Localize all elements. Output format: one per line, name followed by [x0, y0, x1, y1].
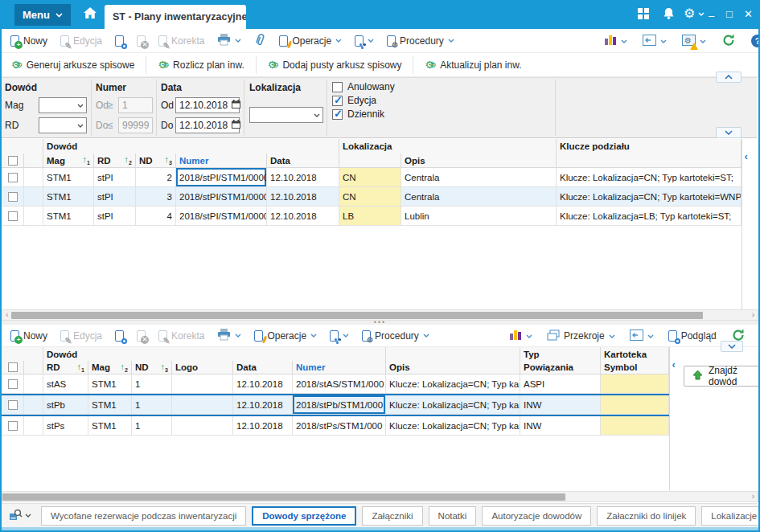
correction-button-bottom[interactable]: ✎ Korekta — [154, 330, 208, 342]
bottom-grid-col-opis[interactable]: Opis — [386, 361, 520, 374]
bottom-grid-group-kartoteka[interactable]: Kartoteka — [601, 347, 669, 361]
operations-button-bottom[interactable]: Operacje — [250, 330, 321, 342]
date-to-input[interactable]: 12.10.2018 — [175, 117, 240, 133]
tab-zalaczniki[interactable]: Załączniki — [362, 506, 422, 526]
row-checkbox[interactable] — [2, 187, 24, 207]
bottom-grid-group-typ[interactable]: Typ — [520, 347, 601, 361]
table-row[interactable]: stAS STM1 1 12.10.2018 2018/stAS/STM1/00… — [2, 374, 669, 394]
settle-plan-button[interactable]: ⚙ Rozlicz plan inw. — [150, 55, 252, 76]
menu-button[interactable]: Menu — [14, 4, 71, 26]
tab-plany-inwentaryzacyjne[interactable]: ST - Plany inwentaryzacyjne — [105, 5, 246, 29]
related-docs-button-bottom[interactable] — [326, 330, 353, 342]
checkbox-dziennik[interactable]: Dziennik — [332, 108, 384, 120]
bottom-grid-col-numer[interactable]: Numer — [293, 361, 386, 374]
help-button[interactable]: ? — [747, 35, 760, 47]
edit-button-bottom[interactable]: ✎ Edycja — [56, 330, 106, 342]
edit-button[interactable]: ✎ Edycja — [56, 35, 106, 47]
operations-button[interactable]: Operacje — [275, 35, 346, 47]
table-row[interactable]: STM1 stPI 3 2018/stPI/STM1/0000 12.10.20… — [2, 187, 742, 207]
tab-notatki[interactable]: Notatki — [429, 506, 477, 526]
procedures-button[interactable]: ⚙ Procedury — [383, 35, 458, 47]
scroll-thumb[interactable] — [11, 312, 703, 319]
cell-numer[interactable]: 2018/stPI/STM1/0000 — [176, 168, 267, 187]
rd-select[interactable] — [39, 117, 87, 133]
select-all-checkbox[interactable] — [2, 153, 24, 168]
tab-autoryzacje-dowodow[interactable]: Autoryzacje dowodów — [482, 506, 591, 526]
select-all-checkbox[interactable] — [2, 361, 24, 374]
panel-layout-button-bottom[interactable] — [626, 329, 658, 343]
minimize-button[interactable]: – — [709, 10, 714, 21]
preview-doc-button[interactable] — [111, 35, 128, 47]
find-document-button[interactable]: Znajdź dowód — [684, 366, 760, 387]
bottom-grid-col-rd[interactable]: RD↑1 — [43, 361, 88, 374]
filter-collapse-down-button[interactable] — [716, 127, 742, 138]
scroll-right-icon[interactable]: › — [749, 311, 758, 319]
top-grid-col-nd[interactable]: ND↑3 — [136, 153, 176, 168]
top-grid-col-klucze[interactable]: Klucze podziału — [557, 139, 742, 153]
attachment-button[interactable] — [250, 33, 270, 49]
mag-select[interactable] — [39, 97, 87, 113]
checkbox-anulowany[interactable]: Anulowany — [332, 81, 395, 92]
row-checkbox[interactable] — [2, 395, 24, 415]
bottom-grid-col-mag[interactable]: Mag↑2 — [88, 361, 132, 374]
scroll-left-icon[interactable]: ‹ — [2, 311, 11, 319]
lokalizacja-select[interactable] — [249, 107, 323, 123]
maximize-button[interactable]: □ — [726, 9, 733, 19]
close-button[interactable]: ✕ — [744, 9, 753, 19]
grid-settings-button[interactable]: ⚙ — [678, 35, 710, 48]
row-checkbox[interactable] — [2, 416, 24, 436]
bottom-grid-group-dowod[interactable]: Dowód — [43, 347, 386, 361]
delete-button-bottom[interactable]: ✕ — [133, 330, 150, 342]
collapse-panel-left-icon[interactable]: ‹ — [745, 150, 755, 162]
tab-dowody-sprzezone[interactable]: Dowody sprzężone — [252, 506, 356, 526]
collapse-panel-left-icon[interactable]: ‹ — [672, 358, 680, 370]
tab-wycofane-rezerwacje[interactable]: Wycofane rezerwacje podczas inwentaryzac… — [41, 506, 246, 526]
date-from-input[interactable]: 12.10.2018 — [175, 97, 240, 113]
scroll-right-icon[interactable]: › — [749, 493, 758, 501]
bottom-grid-col-logo[interactable]: Logo — [172, 361, 233, 374]
top-grid-col-data[interactable]: Data — [267, 153, 339, 168]
help-panel-collapse-button[interactable] — [721, 341, 743, 352]
preview-doc-button-bottom[interactable] — [111, 330, 128, 342]
top-grid-col-numer[interactable]: Numer — [176, 153, 267, 168]
tab-lokalizacje-niespisane[interactable]: Lokalizacje niespisane/pus — [701, 506, 760, 526]
chart-button[interactable] — [600, 34, 631, 48]
table-row[interactable]: stPs STM1 1 12.10.2018 2018/stPs/STM1/00… — [2, 416, 669, 436]
print-button[interactable] — [213, 34, 245, 48]
bottom-grid-col-powiazania[interactable]: Powiązania — [520, 361, 601, 374]
filter-collapse-up-button[interactable] — [716, 72, 742, 83]
related-docs-button[interactable] — [351, 35, 378, 47]
generate-sheets-button[interactable]: ⚙ Generuj arkusze spisowe — [3, 55, 142, 76]
delete-button[interactable]: ✕ — [133, 35, 150, 47]
row-checkbox[interactable] — [2, 374, 24, 394]
podglad-button[interactable]: Podgląd — [664, 330, 721, 342]
print-button-bottom[interactable] — [213, 329, 245, 343]
settings-button[interactable]: ⚙ — [684, 7, 705, 20]
home-button[interactable] — [84, 7, 97, 22]
add-empty-sheet-button[interactable]: ⚙ Dodaj pusty arkusz spisowy — [260, 55, 410, 76]
tab-search-button[interactable] — [5, 509, 35, 523]
top-grid-group-dowod[interactable]: Dowód — [43, 139, 339, 153]
help-button-bottom[interactable]: ? — [756, 329, 760, 342]
top-grid-col-rd[interactable]: RD↑2 — [94, 153, 136, 168]
cell-numer[interactable]: 2018/stPb/STM1/000 — [293, 395, 386, 415]
apps-grid-button[interactable] — [638, 8, 650, 23]
bottom-grid-col-symbol[interactable]: Symbol — [601, 361, 669, 374]
row-checkbox[interactable] — [2, 207, 24, 226]
procedures-button-bottom[interactable]: ⚙ Procedury — [358, 330, 433, 342]
scroll-thumb[interactable] — [2, 493, 565, 501]
new-button-bottom[interactable]: + Nowy — [6, 330, 51, 342]
checkbox-edycja[interactable]: Edycja — [332, 95, 376, 106]
update-plan-button[interactable]: ⚙ Aktualizuj plan inw. — [417, 55, 529, 76]
table-row[interactable]: STM1 stPI 4 2018/stPI/STM1/0000 12.10.20… — [2, 207, 742, 226]
bottom-grid-col-nd[interactable]: ND↑3 — [132, 361, 172, 374]
top-grid-col-mag[interactable]: Mag↑1 — [43, 153, 94, 168]
top-grid-col-opis[interactable]: Opis — [401, 153, 557, 168]
correction-button[interactable]: ✎ Korekta — [154, 35, 208, 47]
notifications-button[interactable] — [663, 7, 675, 23]
przekroje-button[interactable]: Przekroje — [543, 329, 619, 343]
bottom-grid-hscrollbar[interactable]: › — [2, 491, 758, 502]
panel-layout-button[interactable] — [639, 35, 671, 48]
tab-zalaczniki-do-linijek[interactable]: Załaczniki do linijek — [597, 506, 696, 526]
row-checkbox[interactable] — [2, 168, 24, 187]
